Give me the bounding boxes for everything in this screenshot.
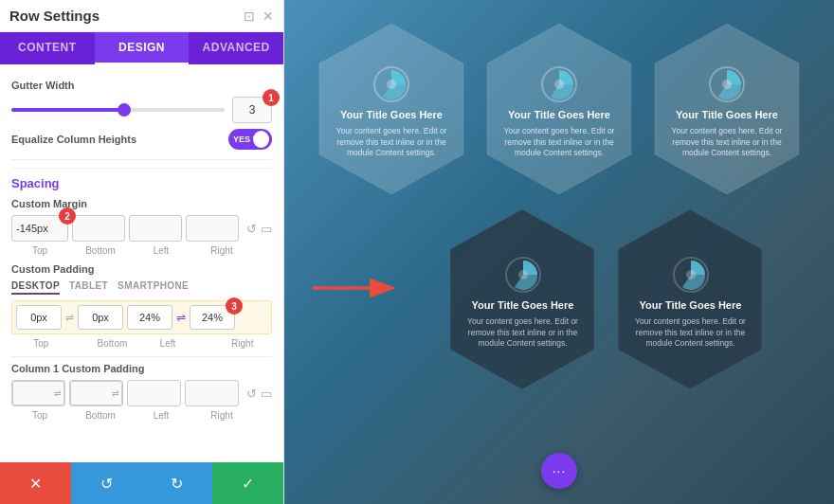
hex-card-5: Your Title Goes Here Your content goes h… <box>612 205 769 394</box>
right-panel: Your Title Goes Here Your content goes h… <box>284 0 834 504</box>
redo-icon: ↻ <box>171 475 183 493</box>
left-panel: Row Settings ⊡ ✕ Content Design Advanced… <box>0 0 284 504</box>
gutter-slider-thumb[interactable] <box>118 103 131 117</box>
margin-icons: ↺ ▭ <box>246 222 272 236</box>
cancel-icon: ✕ <box>29 475 42 493</box>
cp-field-labels: Top Bottom Left Right <box>11 338 272 349</box>
cp-tab-tablet[interactable]: TABLET <box>69 280 108 295</box>
hex-card-5-title: Your Title Goes Here <box>640 299 742 312</box>
cancel-button[interactable]: ✕ <box>0 462 71 504</box>
redo-button[interactable]: ↻ <box>142 462 213 504</box>
gutter-row: 1 <box>11 97 272 123</box>
margin-bottom-input[interactable] <box>72 215 125 242</box>
tab-content[interactable]: Content <box>0 32 95 64</box>
col1-bottom-link: ⇌ <box>112 388 119 398</box>
col1-left-label: Left <box>133 410 190 421</box>
margin-row: 2 ↺ ▭ <box>11 215 272 242</box>
margin-left-input[interactable] <box>129 215 182 242</box>
tab-design[interactable]: Design <box>95 32 190 64</box>
hex-card-2-desc: Your content goes here. Edit or remove t… <box>499 126 621 158</box>
hex-card-1: Your Title Goes Here Your content goes h… <box>314 19 470 199</box>
hex-row-1: Your Title Goes Here Your content goes h… <box>299 19 819 199</box>
col1-right-input[interactable] <box>185 380 239 406</box>
cp-badge: 3 <box>226 297 243 315</box>
hex-card-2-icon <box>541 66 577 102</box>
margin-badge: 2 <box>59 207 76 225</box>
confirm-button[interactable]: ✓ <box>212 462 283 504</box>
equalize-row: Equalize Column Heights YES <box>11 129 272 150</box>
spacing-header: Spacing <box>11 168 272 190</box>
col1-top-link: ⇌ <box>54 388 62 398</box>
hex-card-4-content: Your Title Goes Here Your content goes h… <box>444 205 601 394</box>
svg-point-2 <box>387 80 396 89</box>
equalize-label: Equalize Column Heights <box>11 134 136 145</box>
margin-device-icon[interactable]: ▭ <box>261 222 272 236</box>
panel-header-icons: ⊡ ✕ <box>244 9 274 24</box>
hex-card-3-icon <box>709 66 745 102</box>
gutter-badge: 1 <box>263 89 280 106</box>
float-button-icon: ··· <box>553 463 567 478</box>
margin-reset-icon[interactable]: ↺ <box>246 222 257 236</box>
gutter-input-wrap: 1 <box>232 97 272 123</box>
hex-card-1-title: Your Title Goes Here <box>340 109 443 121</box>
col1-top-label: Top <box>11 410 68 421</box>
cp-bottom-input[interactable] <box>78 305 123 330</box>
cp-tab-smartphone[interactable]: SMARTPHONE <box>118 280 189 295</box>
toggle-yes-label: YES <box>233 135 250 144</box>
col1-padding-row: ⇌ ⇌ ↺ ▭ <box>11 380 272 406</box>
tab-advanced[interactable]: Advanced <box>189 32 283 64</box>
divider-2 <box>11 356 272 357</box>
cp-top-input[interactable] <box>16 305 62 330</box>
col1-left-input[interactable] <box>127 380 181 406</box>
col1-bottom-label: Bottom <box>72 410 129 421</box>
margin-right-input[interactable] <box>186 215 239 242</box>
cp-tabs: DESKTOP TABLET SMARTPHONE <box>11 280 272 295</box>
svg-point-5 <box>554 80 564 89</box>
cp-left-input[interactable] <box>127 305 172 330</box>
confirm-icon: ✓ <box>242 475 254 493</box>
hex-row-2: Your Title Goes Here Your content goes h… <box>444 205 769 394</box>
cp-link-icon-1[interactable]: ⇌ <box>65 312 74 324</box>
cp-top-label: Top <box>15 338 66 349</box>
margin-top-wrap: 2 <box>11 215 68 242</box>
hex-card-3-title: Your Title Goes Here <box>676 109 778 121</box>
panel-title: Row Settings <box>9 8 100 24</box>
bottom-section: Your Title Goes Here Your content goes h… <box>299 205 819 394</box>
custom-padding-label: Custom Padding <box>11 263 272 275</box>
col1-device-icon[interactable]: ▭ <box>261 387 272 401</box>
col1-reset-icon[interactable]: ↺ <box>246 387 257 401</box>
hex-card-4-desc: Your content goes here. Edit or remove t… <box>460 316 586 349</box>
cp-bottom-label: Bottom <box>86 338 137 349</box>
gutter-slider-fill <box>11 108 129 112</box>
hex-card-2-content: Your Title Goes Here Your content goes h… <box>481 19 638 199</box>
float-button[interactable]: ··· <box>541 453 577 489</box>
hex-card-3-desc: Your content goes here. Edit or remove t… <box>666 126 789 158</box>
margin-top-label: Top <box>11 245 68 256</box>
cp-link-icon-2[interactable]: ⇌ <box>176 311 186 324</box>
cp-values-row: ⇌ ⇌ 3 <box>11 300 272 334</box>
gutter-slider-track[interactable] <box>11 108 225 112</box>
toggle-circle <box>253 131 269 148</box>
fullscreen-icon[interactable]: ⊡ <box>244 9 255 24</box>
hex-card-3: Your Title Goes Here Your content goes h… <box>649 19 806 199</box>
close-icon[interactable]: ✕ <box>263 9 274 24</box>
hex-card-1-content: Your Title Goes Here Your content goes h… <box>314 19 470 199</box>
undo-button[interactable]: ↺ <box>71 462 142 504</box>
col1-right-label: Right <box>193 410 250 421</box>
cp-right-label: Right <box>217 338 268 349</box>
hex-card-1-desc: Your content goes here. Edit or remove t… <box>331 126 453 158</box>
col1-icons: ↺ ▭ <box>246 387 272 401</box>
hex-card-4: Your Title Goes Here Your content goes h… <box>444 205 601 394</box>
col1-bottom-wrap: ⇌ <box>69 380 123 406</box>
cp-left-label: Left <box>142 338 193 349</box>
cp-tab-desktop[interactable]: DESKTOP <box>11 280 60 295</box>
col1-top-wrap: ⇌ <box>11 380 65 406</box>
svg-point-8 <box>722 80 732 89</box>
hex-card-5-icon <box>673 257 709 293</box>
margin-left-label: Left <box>133 245 190 256</box>
tabs-row: Content Design Advanced <box>0 32 283 64</box>
equalize-toggle[interactable]: YES <box>228 129 272 150</box>
margin-right-label: Right <box>193 245 250 256</box>
hex-card-2: Your Title Goes Here Your content goes h… <box>481 19 638 199</box>
panel-header: Row Settings ⊡ ✕ <box>0 0 283 32</box>
